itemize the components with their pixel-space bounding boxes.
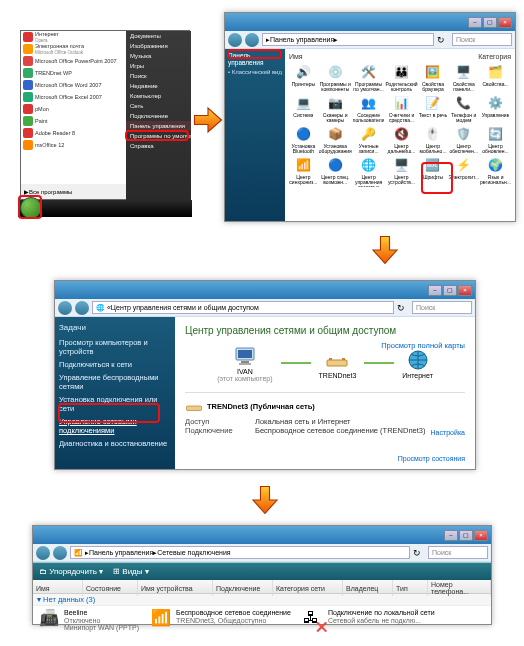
start-menu-place-item[interactable]: Изображения bbox=[126, 41, 191, 51]
column-header[interactable]: Состояние bbox=[83, 580, 138, 596]
control-panel-item[interactable]: 📶Центр синхрониз... bbox=[289, 156, 318, 187]
start-menu-item[interactable]: pMon bbox=[21, 103, 126, 115]
start-menu-item[interactable]: Электронная почтаMicrosoft Office Outloo… bbox=[21, 43, 126, 55]
task-link[interactable]: Управление беспроводными сетями bbox=[59, 371, 171, 393]
refresh-icon[interactable]: ↻ bbox=[437, 35, 449, 45]
address-input[interactable]: ▸ Панель управления ▸ bbox=[262, 33, 434, 46]
start-menu-place-item[interactable]: Документы bbox=[126, 31, 191, 41]
start-menu-place-item[interactable]: Программы по умолчанию bbox=[126, 131, 191, 141]
connection-item[interactable]: 📠BeelineОтключеноМинипорт WAN (PPTP) bbox=[39, 609, 139, 632]
view-status-link[interactable]: Просмотр состояния bbox=[398, 455, 465, 462]
control-panel-item[interactable]: 👥Соседние пользователи bbox=[353, 94, 385, 123]
start-menu-place-item[interactable]: Поиск bbox=[126, 71, 191, 81]
control-panel-item[interactable]: 🛡️Центр обеспечен... bbox=[448, 125, 479, 154]
minimize-button[interactable]: – bbox=[468, 17, 482, 28]
start-button[interactable] bbox=[20, 197, 42, 219]
task-link[interactable]: Подключиться к сети bbox=[59, 358, 171, 371]
control-panel-item[interactable]: 🔤Шрифты bbox=[419, 156, 448, 187]
customize-link[interactable]: Настройка bbox=[431, 429, 465, 436]
control-panel-item[interactable]: ⚙️Управление bbox=[480, 94, 511, 123]
nav-forward-button[interactable] bbox=[53, 546, 67, 560]
classic-view-link[interactable]: • Классический вид bbox=[228, 68, 282, 76]
start-menu-item[interactable]: msOffice 12 bbox=[21, 139, 126, 151]
column-header[interactable]: Категория сети bbox=[273, 580, 343, 596]
control-panel-item[interactable]: 🖥️Центр устройств... bbox=[385, 156, 417, 187]
task-link[interactable]: Диагностика и восстановление bbox=[59, 437, 171, 450]
nav-back-button[interactable] bbox=[228, 33, 242, 47]
search-input[interactable]: Поиск bbox=[452, 33, 512, 46]
control-panel-item[interactable]: 👪Родительский контроль bbox=[385, 63, 417, 92]
views-button[interactable]: ⊞ Виды ▾ bbox=[113, 567, 149, 576]
start-menu-place-item[interactable]: Справка bbox=[126, 141, 191, 151]
control-panel-item[interactable]: 🖱️Центр мобильно... bbox=[419, 125, 448, 154]
start-menu-place-item[interactable]: Сеть bbox=[126, 101, 191, 111]
close-button[interactable]: × bbox=[458, 285, 472, 296]
organize-button[interactable]: 🗀 Упорядочить ▾ bbox=[39, 567, 103, 576]
control-panel-item[interactable]: 🔇Центр дальнейш... bbox=[385, 125, 417, 154]
control-panel-item[interactable]: 🖥️Свойства панели... bbox=[448, 63, 479, 92]
all-programs-link[interactable]: ▶ Все программы bbox=[21, 184, 126, 199]
column-header[interactable]: Имя bbox=[33, 580, 83, 596]
control-panel-item[interactable]: 📞Телефон и модем bbox=[448, 94, 479, 123]
control-panel-item[interactable]: 🔵Центр спец. возможн... bbox=[319, 156, 352, 187]
control-panel-item[interactable]: 🌐Центр управления сетями и общи... bbox=[353, 156, 385, 187]
connection-item[interactable]: 📶Беспроводное сетевое соединениеTRENDnet… bbox=[151, 609, 291, 632]
start-menu-place-item[interactable]: Компьютер bbox=[126, 91, 191, 101]
maximize-button[interactable]: ▢ bbox=[443, 285, 457, 296]
control-panel-item[interactable]: 🔊Принтеры bbox=[289, 63, 318, 92]
control-panel-item[interactable]: 🛠️Программы по умолчан... bbox=[353, 63, 385, 92]
start-menu-item[interactable]: Microsoft Office Word 2007 bbox=[21, 79, 126, 91]
maximize-button[interactable]: ▢ bbox=[459, 530, 473, 541]
control-panel-item[interactable]: 🔑Учетные записи... bbox=[353, 125, 385, 154]
nav-back-button[interactable] bbox=[36, 546, 50, 560]
close-button[interactable]: × bbox=[498, 17, 512, 28]
refresh-icon[interactable]: ↻ bbox=[397, 303, 409, 313]
task-link[interactable]: Управление сетевыми подключениями bbox=[59, 415, 171, 437]
control-panel-item[interactable]: 🔵Установка Bluetooth bbox=[289, 125, 318, 154]
refresh-icon[interactable]: ↻ bbox=[413, 548, 425, 558]
start-menu-place-item[interactable]: Музыка bbox=[126, 51, 191, 61]
node-this-pc[interactable]: IVAN (этот компьютер) bbox=[217, 344, 272, 382]
control-panel-item[interactable]: 📝Текст в речь bbox=[419, 94, 448, 123]
column-header[interactable]: Номер телефона... bbox=[428, 580, 491, 596]
column-header[interactable]: Имя устройства bbox=[138, 580, 213, 596]
close-button[interactable]: × bbox=[474, 530, 488, 541]
nav-forward-button[interactable] bbox=[75, 301, 89, 315]
control-panel-item[interactable]: 🌍Язык и региональн... bbox=[480, 156, 511, 187]
minimize-button[interactable]: – bbox=[428, 285, 442, 296]
control-panel-item[interactable]: 📦Установка оборудования bbox=[319, 125, 352, 154]
start-menu-item[interactable]: Paint bbox=[21, 115, 126, 127]
control-panel-item[interactable]: 🗂️Свойства... bbox=[480, 63, 511, 92]
start-menu-place-item[interactable]: Панель управления bbox=[126, 121, 191, 131]
search-input[interactable]: Поиск bbox=[412, 301, 472, 314]
address-input[interactable]: 🌐 « Центр управления сетями и общим дост… bbox=[92, 301, 394, 314]
start-menu-item[interactable]: Microsoft Office PowerPoint 2007 bbox=[21, 55, 126, 67]
node-internet[interactable]: Интернет bbox=[402, 348, 433, 379]
start-menu-place-item[interactable]: Игры bbox=[126, 61, 191, 71]
nav-back-button[interactable] bbox=[58, 301, 72, 315]
column-header[interactable]: Подключение bbox=[213, 580, 273, 596]
task-link[interactable]: Установка подключения или сети bbox=[59, 393, 171, 415]
start-menu-place-item[interactable]: Подключение bbox=[126, 111, 191, 121]
control-panel-item[interactable]: 📊Счетчики и средства... bbox=[385, 94, 417, 123]
start-menu-item[interactable]: Microsoft Office Excel 2007 bbox=[21, 91, 126, 103]
control-panel-item[interactable]: 📷Сканеры и камеры bbox=[319, 94, 352, 123]
nav-forward-button[interactable] bbox=[245, 33, 259, 47]
minimize-button[interactable]: – bbox=[444, 530, 458, 541]
start-menu-item[interactable]: ИнтернетOpera bbox=[21, 31, 126, 43]
connection-item[interactable]: 🖧❌Подключение по локальной сетиСетевой к… bbox=[303, 609, 435, 632]
task-link[interactable]: Просмотр компьютеров и устройств bbox=[59, 336, 171, 358]
column-header[interactable]: Тип bbox=[393, 580, 428, 596]
control-panel-item[interactable]: 🖼️Свойства браузера bbox=[419, 63, 448, 92]
view-full-map-link[interactable]: Просмотр полной карты bbox=[381, 341, 465, 350]
control-panel-item[interactable]: 💻Система bbox=[289, 94, 318, 123]
start-menu-item[interactable]: Adobe Reader 8 bbox=[21, 127, 126, 139]
maximize-button[interactable]: ▢ bbox=[483, 17, 497, 28]
control-panel-item[interactable]: ⚡Электропит... bbox=[448, 156, 479, 187]
control-panel-item[interactable]: 🔄Центр обновлен... bbox=[480, 125, 511, 154]
start-menu-item[interactable]: TRENDnet WP bbox=[21, 67, 126, 79]
start-menu-place-item[interactable]: Недавние bbox=[126, 81, 191, 91]
node-router[interactable]: TRENDnet3 bbox=[319, 348, 357, 379]
column-header[interactable]: Владелец bbox=[343, 580, 393, 596]
search-input[interactable]: Поиск bbox=[428, 546, 488, 559]
